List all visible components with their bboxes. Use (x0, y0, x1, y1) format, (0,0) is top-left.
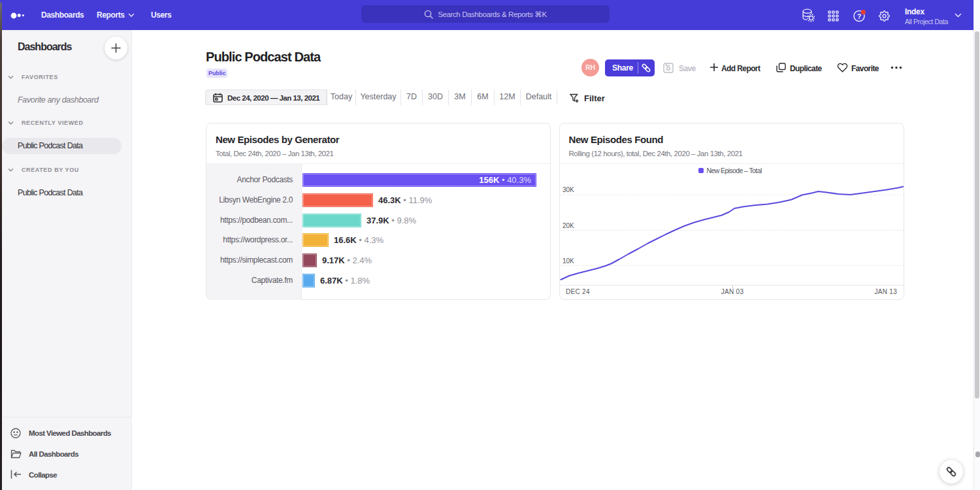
svg-text:?: ? (857, 12, 862, 20)
svg-text:JAN 03: JAN 03 (721, 288, 743, 295)
svg-text:10K: 10K (563, 257, 574, 265)
svg-text:30K: 30K (563, 186, 574, 193)
svg-text:JAN 13: JAN 13 (874, 288, 897, 295)
svg-text:DEC 24: DEC 24 (566, 288, 590, 295)
svg-text:20K: 20K (563, 222, 574, 229)
